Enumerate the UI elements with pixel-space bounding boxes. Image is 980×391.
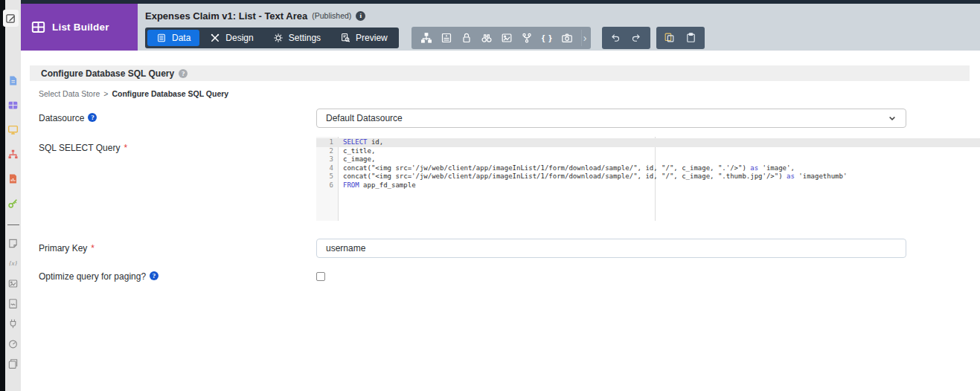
undo-icon[interactable] — [609, 32, 621, 44]
datasource-help-icon[interactable]: ? — [88, 113, 97, 122]
sidebar-gauge-icon[interactable] — [7, 337, 19, 349]
line-content: concat("<img src='/jw/web/client/app/ima… — [339, 172, 847, 181]
line-content: concat("<img src='/jw/web/client/app/ima… — [339, 164, 795, 173]
line-content: SELECT id, — [339, 138, 383, 147]
sidebar-key-icon[interactable] — [7, 197, 19, 209]
title-row: Expenses Claim v1: List - Text Area (Pub… — [145, 7, 980, 24]
copy-icon[interactable] — [664, 32, 676, 44]
form-icon[interactable] — [441, 32, 453, 45]
chevron-down-icon — [888, 114, 897, 123]
sidebar-pages-icon[interactable] — [7, 358, 19, 369]
sidebar-process-builder-icon[interactable] — [7, 148, 19, 160]
line-number: 4 — [316, 164, 339, 173]
tab-preview[interactable]: Preview — [331, 30, 397, 46]
sidebar-image-list-icon[interactable] — [7, 277, 19, 289]
builder-tabbar: DataDesignSettingsPreview — [145, 28, 399, 48]
redo-icon[interactable] — [631, 32, 643, 44]
settings-icon — [273, 33, 284, 43]
line-content: c_image, — [339, 155, 375, 164]
sql-query-row: SQL SELECT Query * 1SELECT id,2c_title,3… — [39, 137, 980, 221]
header-right: Expenses Claim v1: List - Text Area (Pub… — [138, 4, 980, 51]
line-number: 1 — [316, 138, 339, 147]
sidebar-userview-builder-icon[interactable] — [7, 123, 19, 135]
sidebar-variable-icon[interactable]: {x} — [7, 257, 19, 269]
line-content: FROM app_fd_sample — [339, 181, 416, 190]
builder-toolbar: { }› — [411, 27, 592, 49]
list-builder-logo[interactable]: List Builder — [21, 4, 138, 51]
sitemap-icon[interactable] — [420, 32, 433, 45]
sidebar-plugin-icon[interactable] — [7, 317, 19, 329]
toolbar-overflow-chevron-icon[interactable]: › — [581, 30, 589, 46]
tab-data[interactable]: Data — [147, 30, 199, 46]
branch-icon[interactable] — [521, 32, 534, 45]
sidebar-form-builder-icon[interactable] — [7, 74, 19, 86]
line-number: 3 — [316, 155, 339, 164]
line-number: 2 — [316, 147, 339, 156]
grid-logo-icon — [31, 20, 45, 34]
builder-header: List Builder Expenses Claim v1: List - T… — [21, 0, 980, 51]
section-header: Configure Database SQL Query ? — [30, 65, 970, 81]
sidebar-divider — [7, 224, 19, 225]
undo-redo-group — [602, 27, 650, 49]
logo-label: List Builder — [52, 22, 109, 33]
section-help-icon[interactable]: ? — [179, 69, 188, 78]
sql-code-editor[interactable]: 1SELECT id,2c_title,3c_image,4concat("<i… — [316, 137, 980, 221]
paste-icon[interactable] — [685, 32, 697, 44]
primary-key-label: Primary Key * — [39, 239, 316, 258]
line-content: c_title, — [339, 147, 375, 156]
code-line[interactable]: 4concat("<img src='/jw/web/client/app/im… — [316, 164, 980, 173]
tab-label: Data — [172, 33, 190, 43]
info-icon[interactable]: i — [356, 11, 365, 21]
lock-icon[interactable] — [461, 32, 473, 45]
tab-design[interactable]: Design — [201, 30, 262, 46]
copy-paste-group — [656, 27, 705, 49]
sidebar-file-chart-icon[interactable] — [7, 297, 19, 309]
code-line[interactable]: 3c_image, — [316, 155, 980, 164]
sidebar-datalist-builder-icon[interactable] — [7, 99, 19, 111]
breadcrumb-select-data-store[interactable]: Select Data Store — [39, 89, 100, 98]
data-tab-content: Configure Database SQL Query ? Select Da… — [21, 51, 980, 391]
braces-icon[interactable]: { } — [541, 32, 554, 45]
tab-label: Settings — [289, 33, 321, 43]
tab-label: Preview — [356, 33, 388, 43]
primary-key-input[interactable] — [316, 239, 906, 258]
sql-query-label: SQL SELECT Query * — [39, 137, 316, 221]
code-line[interactable]: 2c_title, — [316, 147, 980, 156]
required-asterisk: * — [91, 243, 95, 253]
camera-icon[interactable] — [561, 32, 574, 45]
controls-row: DataDesignSettingsPreview { }› — [145, 27, 980, 49]
published-badge: (Published) — [312, 11, 351, 20]
datasource-select[interactable]: Default Datasource — [316, 109, 906, 128]
code-line[interactable]: 1SELECT id, — [316, 138, 980, 147]
binoculars-icon[interactable] — [481, 32, 493, 45]
tab-settings[interactable]: Settings — [264, 30, 330, 46]
edit-pencil-icon[interactable] — [3, 10, 19, 27]
breadcrumb: Select Data Store > Configure Database S… — [39, 89, 980, 98]
sidebar-note-icon[interactable] — [7, 237, 19, 249]
primary-key-row: Primary Key * — [39, 239, 980, 258]
sidebar-report-icon[interactable] — [7, 172, 19, 184]
paging-row: Optimize query for paging? ? — [39, 271, 980, 282]
code-line[interactable]: 6FROM app_fd_sample — [316, 181, 980, 190]
paging-label: Optimize query for paging? ? — [39, 271, 316, 282]
builder-sidebar: {x} — [5, 0, 21, 391]
datasource-selected-value: Default Datasource — [326, 113, 403, 123]
breadcrumb-separator: > — [103, 89, 108, 98]
line-number: 5 — [316, 172, 339, 181]
list-builder-window: {x} List Builder Expenses Claim v1: List… — [0, 0, 980, 391]
sidebar-icon-list: {x} — [5, 74, 21, 378]
code-line[interactable]: 5concat("<img src='/jw/web/client/app/im… — [316, 172, 980, 181]
design-icon — [210, 33, 220, 43]
paging-help-icon[interactable]: ? — [150, 271, 158, 280]
image-icon[interactable] — [501, 32, 513, 45]
paging-checkbox[interactable] — [316, 272, 325, 281]
page-title: Expenses Claim v1: List - Text Area — [145, 10, 307, 22]
line-number: 6 — [316, 181, 339, 190]
preview-icon — [340, 33, 350, 43]
editor-lines: 1SELECT id,2c_title,3c_image,4concat("<i… — [316, 137, 980, 190]
data-icon — [156, 33, 167, 43]
required-asterisk: * — [124, 143, 127, 153]
tab-label: Design — [225, 33, 253, 43]
left-edge-strip — [0, 0, 5, 391]
main-column: List Builder Expenses Claim v1: List - T… — [21, 0, 980, 391]
